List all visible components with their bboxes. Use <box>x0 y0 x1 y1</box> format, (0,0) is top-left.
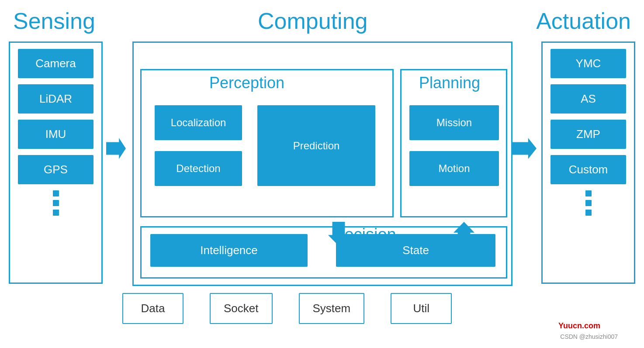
localization-block: Localization <box>155 105 242 140</box>
sensing-title: Sensing <box>13 8 95 34</box>
intelligence-block: Intelligence <box>150 234 308 267</box>
mission-block: Mission <box>409 105 499 140</box>
sensing-dots <box>10 190 101 216</box>
planning-box: Planning Mission Motion <box>400 69 507 217</box>
perception-box: Perception Localization Detection Predic… <box>140 69 394 217</box>
sensing-box: Camera LiDAR IMU GPS <box>9 41 103 284</box>
sensor-lidar: LiDAR <box>18 84 93 114</box>
actuation-as: AS <box>551 84 626 114</box>
watermark-credit: CSDN @zhusizhi007 <box>560 333 618 340</box>
prediction-block: Prediction <box>257 105 375 186</box>
actuation-zmp: ZMP <box>551 120 626 149</box>
motion-block: Motion <box>409 151 499 186</box>
module-data: Data <box>122 293 184 324</box>
actuation-dots <box>543 190 634 216</box>
decision-box: Intelligence State <box>140 226 507 279</box>
sensor-camera: Camera <box>18 49 93 78</box>
planning-title: Planning <box>419 74 480 92</box>
actuation-title: Actuation <box>536 8 631 34</box>
module-socket: Socket <box>210 293 273 324</box>
sensor-imu: IMU <box>18 120 93 149</box>
watermark-site: Yuucn.com <box>558 321 600 331</box>
actuation-custom: Custom <box>551 155 626 184</box>
module-util: Util <box>391 293 452 324</box>
actuation-box: YMC AS ZMP Custom <box>541 41 635 284</box>
module-system: System <box>299 293 365 324</box>
computing-box: Perception Localization Detection Predic… <box>132 41 512 286</box>
bottom-modules: Data Socket System Util <box>122 293 452 324</box>
perception-title: Perception <box>209 74 284 92</box>
state-block: State <box>336 234 495 267</box>
computing-title: Computing <box>258 8 367 34</box>
detection-block: Detection <box>155 151 242 186</box>
sensor-gps: GPS <box>18 155 93 184</box>
actuation-ymc: YMC <box>551 49 626 78</box>
